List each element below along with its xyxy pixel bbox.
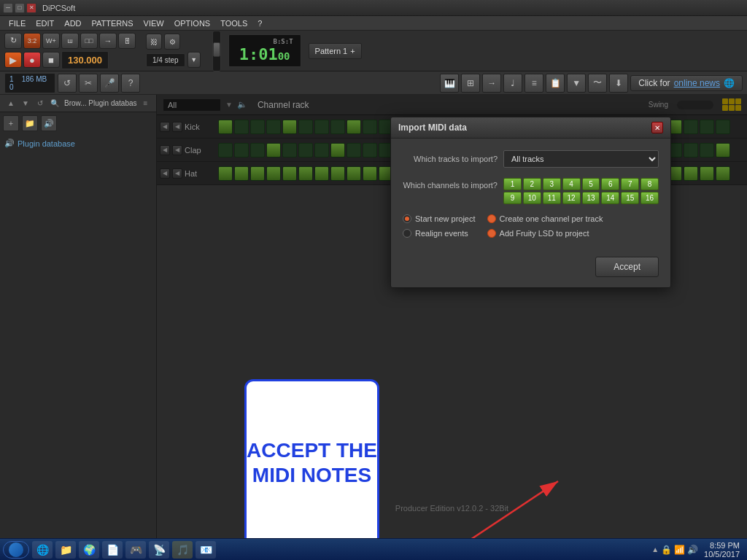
- sidebar-speaker-btn[interactable]: 🔊: [41, 115, 57, 131]
- cpu-icon[interactable]: □□: [80, 33, 98, 49]
- toolbar-row: 1 186 MB 0 ↺ ✂ 🎤 ? 🎹 ⊞ → ♩ ≡ 📋 ▼ 〜 ⬇ Cli…: [0, 71, 747, 95]
- accept-button[interactable]: Accept: [595, 257, 659, 277]
- taskbar-torrent-icon[interactable]: 📡: [149, 541, 169, 559]
- sidebar-back-btn[interactable]: ↺: [34, 97, 47, 110]
- taskbar-pdf-icon[interactable]: 📄: [102, 541, 123, 559]
- close-button[interactable]: ✕: [26, 3, 36, 13]
- scissors-icon[interactable]: ✂: [79, 74, 98, 93]
- volume-icon[interactable]: 🔊: [687, 545, 698, 555]
- bpm-display[interactable]: 130.000: [61, 51, 109, 69]
- import-midi-dialog: Import MIDI data ✕ Which tracks to impor…: [390, 117, 671, 288]
- channel-cell-9[interactable]: 9: [503, 192, 522, 204]
- menu-edit[interactable]: EDIT: [31, 18, 58, 29]
- radio-dot-add-fruity: [487, 229, 496, 238]
- loop-icon[interactable]: ↻: [4, 33, 22, 49]
- realign-radio[interactable]: Realign events: [403, 229, 476, 238]
- channel-cell-7[interactable]: 7: [621, 178, 639, 190]
- master-pitch-slider[interactable]: [212, 31, 221, 71]
- radio-dot-realign: [403, 229, 411, 238]
- refresh-icon[interactable]: ↺: [58, 74, 77, 93]
- pattern-selector[interactable]: Pattern 1 +: [309, 43, 362, 59]
- sidebar-down-btn[interactable]: ▼: [19, 97, 32, 110]
- window-controls[interactable]: ─ □ ✕: [3, 3, 36, 13]
- arrow-right-icon[interactable]: →: [482, 74, 501, 93]
- record-count-icon[interactable]: 3:2: [23, 33, 41, 49]
- record-button[interactable]: ●: [23, 52, 41, 68]
- piano-icon[interactable]: 🎹: [440, 74, 459, 93]
- plugin-database-item[interactable]: 🔊 Plugin database: [0, 134, 156, 152]
- create-one-radio[interactable]: Create one channel per track: [487, 214, 603, 223]
- question-icon[interactable]: ?: [121, 74, 140, 93]
- time-display: B:S:T 1:0100: [228, 34, 301, 67]
- channel-cell-13[interactable]: 13: [582, 192, 600, 204]
- taskbar-folder-icon[interactable]: 📁: [55, 541, 76, 559]
- play-button[interactable]: ▶: [4, 52, 22, 68]
- channel-icon[interactable]: ≡: [525, 74, 543, 93]
- channel-cell-11[interactable]: 11: [543, 192, 561, 204]
- filter-icon[interactable]: ▼: [567, 74, 586, 93]
- grid-icon[interactable]: ⊞: [461, 74, 480, 93]
- start-new-radio[interactable]: Start new project: [403, 214, 476, 223]
- taskbar-flstudio-icon[interactable]: 🎵: [172, 541, 193, 559]
- window-title: DiPCSoft: [42, 4, 75, 12]
- tracks-select[interactable]: All tracks: [503, 150, 659, 168]
- step-down-icon[interactable]: ▼: [187, 52, 201, 68]
- add-fruity-radio[interactable]: Add Fruity LSD to project: [487, 229, 603, 238]
- next-icon[interactable]: →: [99, 33, 117, 49]
- menu-options[interactable]: OPTIONS: [170, 18, 215, 29]
- sidebar-search-btn[interactable]: 🔍: [48, 97, 61, 110]
- tray-arrow-icon[interactable]: ▲: [651, 545, 659, 553]
- taskbar-chrome-icon[interactable]: 🌍: [79, 541, 99, 559]
- start-button[interactable]: [3, 541, 29, 559]
- menu-help[interactable]: ?: [253, 18, 266, 29]
- taskbar-app5-icon[interactable]: 🎮: [125, 541, 146, 559]
- minimize-button[interactable]: ─: [3, 3, 13, 13]
- menu-add[interactable]: ADD: [60, 18, 85, 29]
- sidebar-header: ▲ ▼ ↺ 🔍 Brow... Plugin database ≡: [0, 95, 156, 112]
- notes-icon[interactable]: ♩: [503, 74, 522, 93]
- channel-cell-6[interactable]: 6: [601, 178, 619, 190]
- metronome-icon[interactable]: ш: [61, 33, 79, 49]
- menu-file[interactable]: FILE: [4, 18, 30, 29]
- annotation-box: ACCEPT THE MIDI NOTES: [244, 379, 379, 538]
- download-icon[interactable]: ⬇: [609, 74, 628, 93]
- channel-cell-3[interactable]: 3: [543, 178, 561, 190]
- mic-icon[interactable]: 🎤: [100, 74, 119, 93]
- channel-cell-16[interactable]: 16: [640, 192, 659, 204]
- realign-label: Realign events: [415, 229, 468, 238]
- channel-cell-10[interactable]: 10: [523, 192, 541, 204]
- menu-tools[interactable]: TOOLS: [216, 18, 252, 29]
- menu-view[interactable]: VIEW: [139, 18, 169, 29]
- settings-icon[interactable]: ⚙: [164, 34, 180, 50]
- stop-button[interactable]: ■: [42, 52, 60, 68]
- tray-icon-1[interactable]: 🔒: [661, 545, 672, 555]
- channel-cell-1[interactable]: 1: [503, 178, 522, 190]
- tracks-label: Which tracks to import?: [403, 155, 498, 163]
- link-icon[interactable]: ⛓: [146, 34, 162, 50]
- sidebar-menu-btn[interactable]: ≡: [139, 97, 152, 110]
- sidebar-folder-btn[interactable]: 📁: [22, 115, 38, 131]
- channel-cell-8[interactable]: 8: [640, 178, 659, 190]
- channel-cell-5[interactable]: 5: [582, 178, 600, 190]
- dialog-close-button[interactable]: ✕: [651, 122, 663, 133]
- sidebar-add-btn[interactable]: +: [3, 115, 19, 131]
- channel-cell-15[interactable]: 15: [621, 192, 639, 204]
- sample-icon[interactable]: 📋: [546, 74, 565, 93]
- radio-dot-start-new: [403, 214, 411, 223]
- channel-cell-4[interactable]: 4: [562, 178, 581, 190]
- taskbar-app8-icon[interactable]: 📧: [196, 541, 216, 559]
- channel-cell-14[interactable]: 14: [601, 192, 619, 204]
- channel-cell-12[interactable]: 12: [562, 192, 581, 204]
- channel-grid: 1 2 3 4 5 6 7 8 9 10 11: [503, 178, 659, 204]
- mixer-icon[interactable]: 🎚: [118, 33, 136, 49]
- sidebar-up-btn[interactable]: ▲: [4, 97, 18, 110]
- taskbar-ie-icon[interactable]: 🌐: [32, 541, 53, 559]
- channel-cell-2[interactable]: 2: [523, 178, 541, 190]
- maximize-button[interactable]: □: [15, 3, 25, 13]
- menu-patterns[interactable]: PATTERNS: [88, 18, 138, 29]
- tray-icon-2[interactable]: 📶: [674, 545, 685, 555]
- online-news-button[interactable]: Click for online news 🌐: [630, 75, 743, 91]
- step-icon[interactable]: W+: [42, 33, 60, 49]
- step-display[interactable]: 1/4 step: [146, 53, 185, 67]
- wave-icon[interactable]: 〜: [588, 74, 607, 93]
